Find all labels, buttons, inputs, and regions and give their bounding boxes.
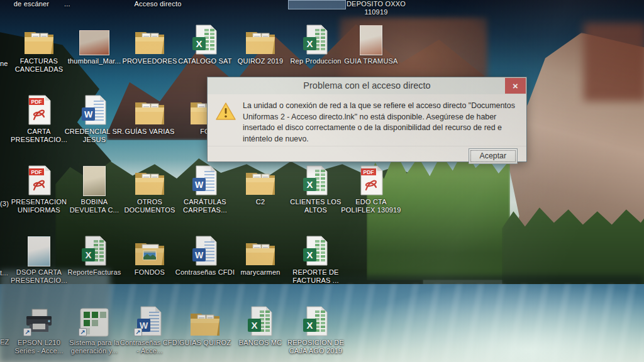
desktop-icon-label: FACTURAS CANCELADAS <box>9 57 69 74</box>
desktop-icon[interactable]: GUIAS QUIROZ <box>177 304 233 347</box>
desktop-icon-label: Contraseñas CFDI <box>175 268 235 277</box>
shortcut-arrow-icon: ↗ <box>23 328 31 336</box>
desktop-icon-label: EPSON L210 Series - Acce... <box>9 339 69 356</box>
desktop-icon-label: GUIA TRAMUSA <box>341 57 401 65</box>
desktop-icon-label: GUIAS QUIROZ <box>175 339 235 347</box>
desktop-icon[interactable]: PDF EDO CTA POLIFLEX 130919 <box>343 163 399 215</box>
desktop-icon-label: CARTA PRESENTACIO... <box>9 128 69 145</box>
image-thumbnail-icon <box>11 234 67 266</box>
excel-file-icon: X <box>288 23 343 55</box>
shortcut-arrow-icon: ↗ <box>134 328 142 336</box>
desktop-icon-label: marycarmen <box>230 268 291 277</box>
desktop-icon[interactable]: XCLIENTES LOS ALTOS <box>288 163 343 215</box>
image-thumbnail-icon <box>343 23 399 55</box>
desktop-icon-label: DSOP CARTA PRESENTACIO... <box>9 268 69 285</box>
svg-text:X: X <box>306 38 313 49</box>
desktop-icon[interactable]: PDF CARTA PRESENTACIO... <box>11 93 67 145</box>
shortcut-arrow-icon: ↗ <box>79 328 87 336</box>
desktop-icon[interactable]: XRep Produccion <box>288 23 343 65</box>
svg-text:W: W <box>84 109 93 119</box>
desktop-icon-label: BANCOS MC <box>230 339 291 347</box>
desktop-icon[interactable]: W↗Contraseñas CFDI - Acce... <box>122 304 177 356</box>
svg-text:W: W <box>195 250 204 260</box>
accept-button-label: Aceptar <box>470 150 516 162</box>
accept-button[interactable]: Aceptar <box>469 148 518 164</box>
desktop-icon[interactable]: ↗Sistema para la generación y... <box>67 304 122 356</box>
svg-text:PDF: PDF <box>31 169 42 175</box>
desktop-icon-label: REPORTE DE FACTURAS ... <box>286 268 346 285</box>
desktop-icon[interactable]: QUIROZ 2019 <box>233 23 288 65</box>
image-thumbnail-icon <box>67 23 122 55</box>
folder-photos-icon <box>122 234 177 266</box>
desktop-background: de escáner...Acceso directoDEPOSITO OXXO… <box>0 0 644 362</box>
desktop-icon-label: Sistema para la generación y... <box>64 339 125 356</box>
desktop-icon[interactable]: BOBINA DEVUELTA C... <box>67 163 122 215</box>
svg-text:X: X <box>85 250 91 260</box>
desktop-icon-label: C2 <box>230 198 291 206</box>
desktop-icon-label: BOBINA DEVUELTA C... <box>64 198 125 215</box>
folder-icon <box>233 23 288 55</box>
folder-icon <box>122 93 177 126</box>
word-file-icon: W <box>67 93 122 126</box>
folder-icon <box>11 23 67 55</box>
excel-file-icon: X <box>288 304 343 337</box>
svg-text:X: X <box>306 179 313 190</box>
word-file-icon: W <box>177 234 233 266</box>
desktop-icon-label: QUIROZ 2019 <box>230 57 291 65</box>
desktop-icon[interactable]: WContraseñas CFDI <box>177 234 233 277</box>
shortcut-problem-dialog: Problema con el acceso directo × La unid… <box>208 77 526 162</box>
dialog-footer: Aceptar <box>208 146 526 169</box>
svg-text:X: X <box>196 38 202 49</box>
desktop-icon-label: CREDENCIAL SR. JESUS <box>64 128 125 145</box>
desktop-icon[interactable]: ↗EPSON L210 Series - Acce... <box>11 304 67 356</box>
desktop-icon[interactable]: XReporteFacturas <box>67 234 122 277</box>
desktop-icon[interactable]: thumbnail_Mar... <box>67 23 122 65</box>
desktop-icon[interactable]: GUÍAS VARIAS <box>122 93 177 136</box>
desktop-icon-label: PRESENTACION UNIFORMAS <box>9 198 69 215</box>
excel-file-icon: X <box>233 304 288 337</box>
desktop-icon[interactable]: FACTURAS CANCELADAS <box>11 23 67 74</box>
word-file-icon: W↗ <box>122 304 177 337</box>
svg-text:PDF: PDF <box>364 169 374 175</box>
desktop-icon[interactable]: XBANCOS MC <box>233 304 288 347</box>
desktop-icon[interactable]: GUIA TRAMUSA <box>343 23 399 65</box>
excel-file-icon: X <box>288 234 343 266</box>
desktop-icon[interactable]: OTROS DOCUMENTOS <box>122 163 177 215</box>
desktop-icon-label: PROVEEDORES <box>119 57 180 65</box>
desktop-icon[interactable]: marycarmen <box>233 234 288 277</box>
desktop-icon[interactable]: FONDOS <box>122 234 177 277</box>
desktop-icon[interactable]: WCARÁTULAS CARPETAS... <box>177 163 233 215</box>
desktop-icon[interactable]: WCREDENCIAL SR. JESUS <box>67 93 122 145</box>
desktop-icon[interactable]: PROVEEDORES <box>122 23 177 65</box>
image-thumbnail-icon <box>67 163 122 196</box>
desktop-icon[interactable]: XCATALOGO SAT <box>177 23 233 65</box>
svg-text:PDF: PDF <box>31 99 42 105</box>
desktop-icon-label: ReporteFacturas <box>64 268 125 277</box>
desktop-icon[interactable]: PDF PRESENTACION UNIFORMAS <box>11 163 67 215</box>
desktop-icon-label: CATALOGO SAT <box>175 57 235 65</box>
desktop-icon-label: GUÍAS VARIAS <box>119 128 180 136</box>
svg-text:X: X <box>306 320 313 331</box>
excel-file-icon: X <box>67 234 122 266</box>
desktop-icons-layer: FACTURAS CANCELADASthumbnail_Mar... PROV… <box>0 0 644 362</box>
desktop-icon-label: OTROS DOCUMENTOS <box>119 198 180 215</box>
close-button[interactable]: × <box>505 78 526 94</box>
dialog-message: La unidad o conexión de red a la que se … <box>243 101 518 145</box>
desktop-icon-label: CLIENTES LOS ALTOS <box>286 198 346 215</box>
desktop-icon[interactable]: XREPORTE DE FACTURAS ... <box>288 234 343 285</box>
dialog-title: Problema con el acceso directo <box>208 77 526 94</box>
desktop-icon[interactable]: C2 <box>233 163 288 206</box>
pdf-file-icon: PDF <box>11 163 67 196</box>
svg-text:X: X <box>251 320 257 331</box>
app-grid-icon: ↗ <box>67 304 122 337</box>
svg-text:W: W <box>195 180 204 190</box>
folder-icon <box>122 163 177 196</box>
desktop-icon-label: Contraseñas CFDI - Acce... <box>119 339 180 356</box>
desktop-icon[interactable]: DSOP CARTA PRESENTACIO... <box>11 234 67 285</box>
excel-file-icon: X <box>177 23 233 55</box>
desktop-icon[interactable]: XREPOSICION DE CAJA AGO 2019 <box>288 304 343 356</box>
desktop-icon-label: Rep Produccion <box>286 57 346 65</box>
folder-icon <box>177 304 233 337</box>
desktop-icon-label: REPOSICION DE CAJA AGO 2019 <box>286 339 346 356</box>
dialog-titlebar[interactable]: Problema con el acceso directo × <box>208 77 526 94</box>
